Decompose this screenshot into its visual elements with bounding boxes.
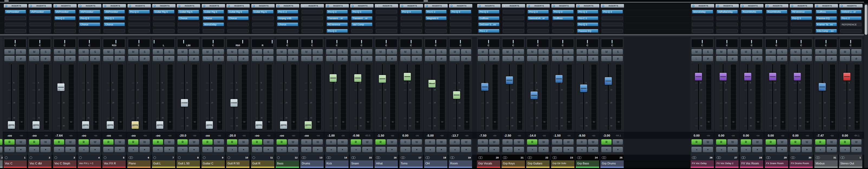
insert-slot-empty[interactable] xyxy=(79,29,100,33)
record-button[interactable]: ● xyxy=(703,146,713,153)
inserts-power-dot[interactable] xyxy=(79,5,82,7)
pan-control[interactable]: C xyxy=(326,39,348,47)
inserts-header[interactable]: INSERTS xyxy=(202,4,225,7)
read-button[interactable]: R xyxy=(740,139,751,145)
edit-button[interactable]: e xyxy=(514,56,524,61)
insert-slot-empty[interactable] xyxy=(302,29,323,33)
read-button[interactable]: R xyxy=(449,139,460,145)
fader-value[interactable]: 0.00 xyxy=(740,134,752,137)
edit-button[interactable]: e xyxy=(727,56,738,61)
insert-slot[interactable]: Guitar Rig 5 xyxy=(227,10,249,13)
read-button[interactable]: R xyxy=(765,139,776,145)
insert-slot[interactable]: Pro-Q 3 xyxy=(129,10,150,13)
mute-button[interactable]: M xyxy=(375,49,386,55)
channel-name[interactable]: Voc C Steph xyxy=(53,160,76,167)
insert-slot-empty[interactable] xyxy=(153,16,175,20)
insert-slot[interactable]: Pro-Q 3 xyxy=(577,10,598,13)
edit-button[interactable]: e xyxy=(851,56,862,61)
pan-control[interactable]: R50 xyxy=(227,39,249,47)
pan-control[interactable]: C xyxy=(400,39,422,47)
fader-value[interactable]: 0.00 xyxy=(715,134,727,137)
read-button[interactable]: R xyxy=(202,139,213,145)
read-button[interactable]: R xyxy=(552,139,562,145)
fader-value[interactable]: 0.00 xyxy=(765,134,777,137)
inserts-power-dot[interactable] xyxy=(228,5,230,7)
pan-control[interactable]: L xyxy=(153,39,175,47)
monitor-button[interactable]: ◄ xyxy=(350,146,361,153)
channel-name[interactable]: Guitar C xyxy=(202,160,225,167)
mute-button[interactable]: M xyxy=(29,49,39,55)
listen-button[interactable]: L xyxy=(790,56,801,61)
write-button[interactable]: W xyxy=(538,139,549,145)
mute-button[interactable]: M xyxy=(840,49,850,55)
inserts-power-dot[interactable] xyxy=(5,5,7,7)
insert-slot-empty[interactable] xyxy=(376,23,397,26)
solo-button[interactable]: S xyxy=(514,49,524,55)
fader-track[interactable] xyxy=(159,64,160,130)
pan-control[interactable]: R20 xyxy=(103,39,125,47)
fader-value[interactable]: -oo xyxy=(202,134,214,137)
insert-slot-empty[interactable] xyxy=(55,23,75,26)
fader-track[interactable] xyxy=(431,64,433,130)
insert-slot[interactable]: Chorus xyxy=(79,23,100,26)
insert-slot-empty[interactable] xyxy=(840,29,862,33)
inserts-header[interactable]: INSERTS xyxy=(177,4,200,7)
edit-button[interactable]: e xyxy=(588,56,598,61)
read-button[interactable]: R xyxy=(790,139,801,145)
inserts-power-dot[interactable] xyxy=(55,5,57,7)
read-button[interactable] xyxy=(0,139,2,145)
fader-track[interactable] xyxy=(258,64,259,130)
inserts-power-dot[interactable] xyxy=(553,5,555,7)
write-button[interactable]: W xyxy=(489,139,500,145)
fader-cap[interactable] xyxy=(453,91,460,99)
insert-slot-empty[interactable] xyxy=(252,16,274,20)
read-button[interactable]: R xyxy=(601,139,612,145)
inserts-header[interactable]: INSERTS xyxy=(152,4,176,7)
insert-slot[interactable]: DeEsser S...eo xyxy=(478,23,499,26)
insert-slot[interactable]: REVerence xyxy=(327,23,348,26)
record-button[interactable]: ● xyxy=(288,146,299,153)
insert-slot-empty[interactable] xyxy=(528,29,549,33)
mute-button[interactable]: M xyxy=(815,49,826,55)
pan-control[interactable]: C xyxy=(740,39,763,47)
listen-button[interactable]: L xyxy=(301,56,312,61)
record-button[interactable]: ● xyxy=(777,146,787,153)
fader-value[interactable]: -oo xyxy=(152,134,164,137)
read-button[interactable]: R xyxy=(350,139,361,145)
write-button[interactable]: W xyxy=(612,139,623,145)
fader-value[interactable]: -14.0 xyxy=(526,134,538,137)
fader-track[interactable] xyxy=(558,64,560,130)
channel-name[interactable]: Grp Guitars xyxy=(526,160,550,167)
inserts-power-dot[interactable] xyxy=(30,5,32,7)
insert-slot-empty[interactable] xyxy=(252,23,274,26)
record-button[interactable]: ● xyxy=(139,146,150,153)
insert-slot[interactable]: SSLComp ...eo xyxy=(816,29,837,33)
insert-slot[interactable]: Chorus xyxy=(227,16,249,20)
write-button[interactable]: W xyxy=(337,139,348,145)
insert-slot[interactable]: Guitar Rig 5 xyxy=(153,10,175,13)
insert-slot[interactable]: Pro-Q 3 xyxy=(528,10,549,13)
inserts-header[interactable]: INSERTS xyxy=(28,4,52,7)
mute-button[interactable]: M xyxy=(765,49,776,55)
monitor-button[interactable]: ◄ xyxy=(227,146,238,153)
insert-slot[interactable]: Pro-L 2 xyxy=(478,29,499,33)
inserts-header[interactable]: INSERTS xyxy=(839,4,863,7)
solo-button[interactable]: S xyxy=(90,49,100,55)
inserts-power-dot[interactable] xyxy=(104,5,106,7)
insert-slot[interactable]: Chorus xyxy=(104,23,125,26)
inserts-header[interactable]: INSERTS xyxy=(526,4,550,7)
monitor-button[interactable]: ◄ xyxy=(153,146,163,153)
solo-button[interactable]: S xyxy=(777,49,787,55)
insert-slot-empty[interactable] xyxy=(5,29,26,33)
inserts-power-dot[interactable] xyxy=(129,5,131,7)
insert-slot-empty[interactable] xyxy=(766,16,787,20)
pan-control[interactable]: C xyxy=(502,39,524,47)
solo-button[interactable]: S xyxy=(40,49,51,55)
insert-slot-empty[interactable] xyxy=(426,23,446,26)
fader-track[interactable] xyxy=(85,64,86,130)
channel-name[interactable]: Grp Bass xyxy=(576,160,599,167)
insert-slot[interactable]: REVerence xyxy=(791,10,812,13)
monitor-button[interactable]: ◄ xyxy=(252,146,262,153)
rack-handle[interactable] xyxy=(424,1,428,1)
pan-control[interactable]: C xyxy=(840,39,862,47)
